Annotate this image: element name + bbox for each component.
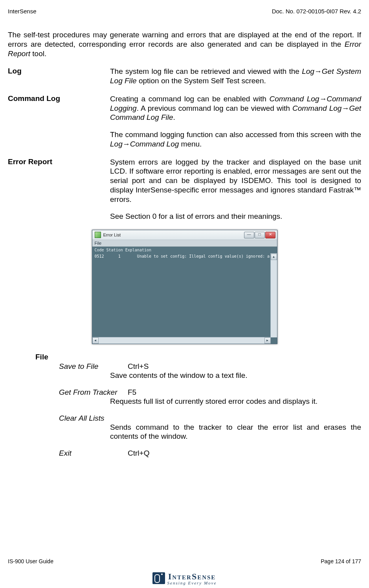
cmdlog-p2it: Log→Command Log — [110, 140, 179, 148]
body-error-report: System errors are logged by the tracker … — [110, 158, 361, 222]
file-item-desc: Requests full list of currently stored e… — [110, 397, 361, 406]
log-body-post: option on the System Self Test screen. — [137, 77, 266, 85]
cmdlog-p1b: . A previous command log can be viewed w… — [137, 104, 292, 112]
term-error-report: Error Report — [8, 158, 110, 166]
minimize-button[interactable]: — — [244, 232, 254, 238]
cmdlog-p2a: The command logging function can also ac… — [110, 130, 361, 139]
cmdlog-p2b: menu. — [179, 140, 202, 148]
footer-left: IS-900 User Guide — [8, 558, 53, 564]
horizontal-scrollbar[interactable]: ◀ ▶ — [92, 337, 271, 344]
log-body-pre: The system log file can be retrieved and… — [110, 67, 302, 75]
file-item-name: Exit — [59, 449, 128, 458]
intro-paragraph: The self-test procedures may generate wa… — [8, 30, 361, 58]
file-heading: File — [35, 353, 361, 361]
definition-error-report: Error Report System errors are logged by… — [8, 158, 361, 222]
logo-text-main: InterSense — [168, 572, 216, 581]
intro-tail: tool. — [30, 49, 46, 58]
menu-file[interactable]: File — [95, 241, 102, 245]
intersense-logo-icon — [152, 572, 165, 584]
error-list-window: Error List — □ ✕ File Code Station Expla… — [92, 230, 277, 344]
column-headers: Code Station Explanation — [92, 247, 277, 253]
scroll-right-icon[interactable]: ▶ — [264, 337, 271, 344]
file-item-desc: Save contents of the window to a text fi… — [110, 371, 361, 380]
definition-log: Log The system log file can be retrieved… — [8, 67, 361, 86]
page-header: InterSense Doc. No. 072-00105-0I07 Rev. … — [8, 8, 361, 15]
scroll-up-icon[interactable]: ▲ — [271, 254, 277, 260]
definition-command-log: Command Log Creating a command log can b… — [8, 94, 361, 149]
close-button[interactable]: ✕ — [265, 232, 275, 238]
window-app-icon — [95, 232, 101, 238]
body-log: The system log file can be retrieved and… — [110, 67, 361, 86]
intro-text: The self-test procedures may generate wa… — [8, 31, 361, 48]
file-item-name: Get From Tracker — [59, 388, 128, 397]
file-item-exit: Exit Ctrl+Q — [59, 449, 361, 458]
page: InterSense Doc. No. 072-00105-0I07 Rev. … — [0, 0, 369, 588]
file-item-name: Save to File — [59, 362, 128, 371]
header-left: InterSense — [8, 8, 37, 15]
scroll-left-icon[interactable]: ◀ — [92, 337, 99, 344]
file-item-shortcut: F5 — [128, 388, 136, 397]
file-item-shortcut: Ctrl+Q — [128, 449, 149, 458]
term-command-log: Command Log — [8, 94, 110, 103]
window-title: Error List — [103, 233, 244, 237]
file-item-save: Save to File Ctrl+S Save contents of the… — [59, 362, 361, 380]
window-titlebar[interactable]: Error List — □ ✕ — [92, 230, 277, 240]
page-footer: IS-900 User Guide Page 124 of 177 — [8, 558, 361, 564]
body-command-log: Creating a command log can be enabled wi… — [110, 94, 361, 149]
maximize-button[interactable]: □ — [255, 232, 265, 238]
window-menubar: File — [92, 240, 277, 247]
header-right: Doc. No. 072-00105-0I07 Rev. 4.2 — [272, 8, 361, 15]
window-body: 0512 1 Unable to set config: Illegal con… — [92, 253, 277, 344]
cmdlog-p1a: Creating a command log can be enabled wi… — [110, 95, 269, 103]
file-item-clear: Clear All Lists Sends command to the tra… — [59, 414, 361, 441]
term-log: Log — [8, 67, 110, 75]
cmdlog-p1c: . — [173, 113, 175, 121]
file-item-name: Clear All Lists — [59, 414, 128, 423]
file-item-desc: Sends command to the tracker to clear th… — [110, 423, 361, 441]
logo-text-sub: Sensing Every Move — [167, 581, 217, 585]
err-p1: System errors are logged by the tracker … — [110, 158, 361, 204]
footer-right: Page 124 of 177 — [321, 558, 361, 564]
vertical-scrollbar[interactable]: ▲ — [270, 253, 277, 337]
file-item-get: Get From Tracker F5 Requests full list o… — [59, 388, 361, 406]
footer-logo: InterSense Sensing Every Move — [0, 572, 369, 586]
err-p2: See Section 0 for a list of errors and t… — [110, 212, 361, 221]
file-item-shortcut: Ctrl+S — [128, 362, 149, 371]
window-controls: — □ ✕ — [244, 232, 275, 238]
error-row: 0512 1 Unable to set config: Illegal con… — [92, 253, 277, 259]
